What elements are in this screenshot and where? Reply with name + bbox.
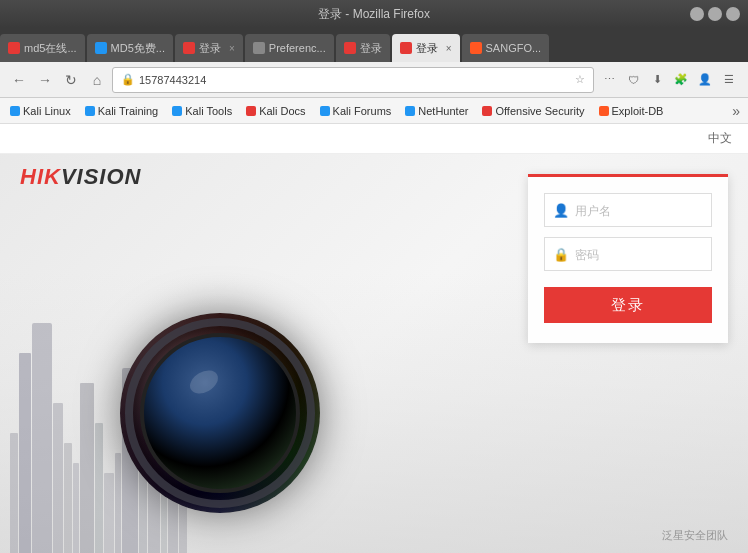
tab-favicon [253,42,265,54]
maximize-button[interactable] [708,7,722,21]
tab-md5-2[interactable]: MD5免费... [87,34,173,62]
tab-md5[interactable]: md5在线... [0,34,85,62]
nav-bar: ← → ↻ ⌂ 🔒 15787443214 ☆ ⋯ 🛡 ⬇ 🧩 👤 ☰ [0,62,748,98]
forward-button[interactable]: → [34,69,56,91]
building-tall [32,323,52,553]
bookmark-kali-training[interactable]: Kali Training [79,103,165,119]
building [115,453,121,553]
bookmarks-more-button[interactable]: » [728,103,744,119]
bookmark-label: Kali Forums [333,105,392,117]
bookmark-label: Kali Tools [185,105,232,117]
bookmark-label: Kali Linux [23,105,71,117]
tab-preferences[interactable]: Preferenc... [245,34,334,62]
hikvision-logo: HIKVISION [20,164,141,190]
bookmark-offensive-security[interactable]: Offensive Security [476,103,590,119]
logo-hik: HIK [20,164,61,189]
tab-label: 登录 [360,41,382,56]
tab-login-1[interactable]: 登录 × [175,34,243,62]
watermark: 泛星安全团队 [662,528,728,543]
user-icon[interactable]: 👤 [694,69,716,91]
hik-topbar: 中文 [0,124,748,154]
building [80,383,94,553]
tab-close-icon[interactable]: × [229,43,235,54]
back-button[interactable]: ← [8,69,30,91]
menu-dots-button[interactable]: ⋯ [598,69,620,91]
tab-favicon [8,42,20,54]
building [53,403,63,553]
tab-close-active-icon[interactable]: × [446,43,452,54]
language-selector[interactable]: 中文 [708,130,732,147]
window-title: 登录 - Mozilla Firefox [318,6,430,23]
bookmark-favicon [10,106,20,116]
user-field-icon: 👤 [553,203,569,218]
bookmark-kali-linux[interactable]: Kali Linux [4,103,77,119]
tab-sangfor[interactable]: SANGFO... [462,34,550,62]
page-content: 中文 HIKVISION [0,124,748,553]
password-field[interactable]: 🔒 [544,237,712,271]
tab-favicon [95,42,107,54]
hamburger-menu-button[interactable]: ☰ [718,69,740,91]
url-text: 15787443214 [139,74,575,86]
nav-extras: ⋯ 🛡 ⬇ 🧩 👤 ☰ [598,69,740,91]
building [73,463,79,553]
logo-text: HIKVISION [20,164,141,190]
tab-label: SANGFO... [486,42,542,54]
login-button[interactable]: 登录 [544,287,712,323]
download-icon[interactable]: ⬇ [646,69,668,91]
reload-button[interactable]: ↻ [60,69,82,91]
bookmark-favicon [172,106,182,116]
building [10,433,18,553]
tab-favicon [400,42,412,54]
login-form: 👤 🔒 登录 [528,174,728,343]
password-input[interactable] [575,247,743,262]
hikvision-page: 中文 HIKVISION [0,124,748,553]
shield-icon[interactable]: 🛡 [622,69,644,91]
bookmarks-bar: Kali Linux Kali Training Kali Tools Kali… [0,98,748,124]
bookmark-favicon [320,106,330,116]
bookmark-label: Offensive Security [495,105,584,117]
tab-favicon [470,42,482,54]
tab-login-active[interactable]: 登录 × [392,34,460,62]
tab-bar: md5在线... MD5免费... 登录 × Preferenc... 登录 登… [0,28,748,62]
title-bar: 登录 - Mozilla Firefox [0,0,748,28]
lock-icon: 🔒 [121,73,135,86]
bookmark-label: Kali Docs [259,105,305,117]
tab-label: 登录 [416,41,438,56]
bookmark-favicon [482,106,492,116]
building [95,423,103,553]
bookmark-label: Kali Training [98,105,159,117]
minimize-button[interactable] [690,7,704,21]
bookmark-kali-tools[interactable]: Kali Tools [166,103,238,119]
window-controls[interactable] [690,7,740,21]
tab-label: MD5免费... [111,41,165,56]
bookmark-kali-forums[interactable]: Kali Forums [314,103,398,119]
extension-icon[interactable]: 🧩 [670,69,692,91]
lens-highlight [186,366,222,398]
lock-field-icon: 🔒 [553,247,569,262]
tab-label: 登录 [199,41,221,56]
building [104,473,114,553]
tab-favicon [344,42,356,54]
address-bar[interactable]: 🔒 15787443214 ☆ [112,67,594,93]
username-field[interactable]: 👤 [544,193,712,227]
bookmark-label: Exploit-DB [612,105,664,117]
bookmark-favicon [405,106,415,116]
bookmark-kali-docs[interactable]: Kali Docs [240,103,311,119]
star-icon[interactable]: ☆ [575,73,585,86]
bookmark-nethunter[interactable]: NetHunter [399,103,474,119]
bookmark-label: NetHunter [418,105,468,117]
building [19,353,31,553]
username-input[interactable] [575,203,743,218]
tab-label: Preferenc... [269,42,326,54]
tab-favicon [183,42,195,54]
building [64,443,72,553]
home-button[interactable]: ⌂ [86,69,108,91]
address-icons: ☆ [575,73,585,86]
lens-ring-mid [140,333,300,493]
bookmark-exploit-db[interactable]: Exploit-DB [593,103,670,119]
tab-login-2[interactable]: 登录 [336,34,390,62]
close-button[interactable] [726,7,740,21]
bookmark-favicon [85,106,95,116]
login-accent-bar [528,174,728,177]
camera-lens [120,313,320,513]
